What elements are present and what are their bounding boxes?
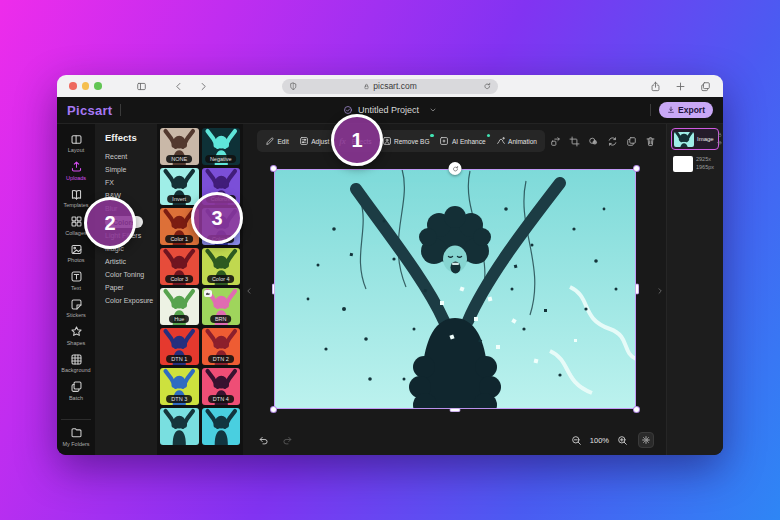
background-icon — [70, 353, 83, 366]
replace-button[interactable] — [607, 136, 618, 147]
lock-layer-icon[interactable] — [717, 132, 723, 138]
address-bar[interactable]: picsart.com — [282, 79, 498, 94]
tab-overview-icon[interactable] — [700, 81, 711, 92]
collapse-right-panel-icon[interactable] — [656, 287, 664, 295]
selection-handle-bottom[interactable] — [450, 408, 461, 412]
filter-thumb-dtn-1[interactable]: DTN 1 — [160, 328, 199, 365]
layout-icon — [70, 133, 83, 146]
filter-thumb-none[interactable]: NONE — [160, 128, 199, 165]
minimize-window-button[interactable] — [82, 82, 90, 90]
new-feature-badge — [430, 134, 434, 138]
sidebar-item-stickers[interactable]: Stickers — [57, 294, 95, 322]
new-tab-icon[interactable] — [675, 81, 686, 92]
sidebar-item-label: Text — [71, 285, 81, 291]
share-icon[interactable] — [650, 81, 661, 92]
filter-label: DTN 3 — [166, 395, 192, 403]
filter-thumb-dtn-4[interactable]: DTN 4 — [202, 368, 241, 405]
stickers-icon — [70, 298, 83, 311]
browser-back-icon[interactable] — [173, 81, 184, 92]
pencil-icon — [265, 136, 275, 146]
sidebar-item-uploads[interactable]: Uploads — [57, 157, 95, 185]
sidebar-item-label: Stickers — [66, 312, 86, 318]
effects-category-color-toning[interactable]: Color Toning — [105, 268, 157, 281]
position-button[interactable] — [550, 136, 561, 147]
filter-thumb-hue[interactable]: Hue — [160, 288, 199, 325]
filter-thumb-negative[interactable]: Negative — [202, 128, 241, 165]
zoom-out-button[interactable] — [571, 435, 582, 446]
sidebar-item-batch[interactable]: Batch — [57, 377, 95, 405]
canvas-workspace[interactable] — [243, 152, 666, 430]
effects-panel: Effects Recent Simple FX B&W Blur Colors… — [95, 124, 157, 455]
toolbar-edit-button[interactable]: Edit — [260, 130, 294, 152]
browser-window: picsart.com Picsart Untitled Project — [57, 75, 723, 455]
zoom-level[interactable]: 100% — [590, 436, 609, 445]
toolbar-adjust-button[interactable]: Adjust — [294, 130, 335, 152]
picsart-logo[interactable]: Picsart — [67, 103, 112, 118]
selection-handle-bottom-right[interactable] — [633, 406, 640, 413]
selection-handle-top-right[interactable] — [633, 165, 640, 172]
fullscreen-window-button[interactable] — [94, 82, 102, 90]
blend-button[interactable] — [588, 136, 599, 147]
filter-thumb-dtn-3[interactable]: DTN 3 — [160, 368, 199, 405]
undo-button[interactable] — [258, 435, 269, 446]
rotate-handle-icon[interactable] — [449, 162, 462, 175]
toolbar-remove-bg-button[interactable]: Remove BG — [377, 130, 435, 152]
sidebar-item-background[interactable]: Background — [57, 349, 95, 377]
sidebar-item-label: Layout — [68, 147, 85, 153]
toolbar-animation-button[interactable]: Animation — [491, 130, 542, 152]
premium-crown-icon — [204, 290, 212, 297]
filter-thumb-partial-14[interactable] — [160, 408, 199, 445]
filter-thumb-color-4[interactable]: Color 4 — [202, 248, 241, 285]
browser-forward-icon[interactable] — [198, 81, 209, 92]
selection-handle-top-left[interactable] — [270, 165, 277, 172]
browser-sidebar-icon[interactable] — [136, 81, 147, 92]
effects-category-artistic[interactable]: Artistic — [105, 255, 157, 268]
effects-category-color-exposure[interactable]: Color Exposure — [105, 294, 157, 307]
effects-category-recent[interactable]: Recent — [105, 150, 157, 163]
selected-photo-layer[interactable] — [274, 169, 636, 409]
sidebar-item-layout[interactable]: Layout — [57, 129, 95, 157]
selection-handle-right[interactable] — [635, 284, 639, 295]
sliders-icon — [299, 136, 309, 146]
toolbar-ai-enhance-button[interactable]: AI Enhance — [434, 130, 490, 152]
filter-thumb-invert[interactable]: Invert — [160, 168, 199, 205]
layer-row-image[interactable]: Image — [671, 128, 719, 150]
close-window-button[interactable] — [69, 82, 77, 90]
sidebar-item-my-folders[interactable]: My Folders — [61, 419, 91, 450]
photos-icon — [70, 243, 83, 256]
canvas-bottom-bar: 100% — [243, 430, 666, 455]
filter-thumb-dtn-2[interactable]: DTN 2 — [202, 328, 241, 365]
sidebar-item-text[interactable]: Text — [57, 267, 95, 295]
filter-thumb-color-3[interactable]: Color 3 — [160, 248, 199, 285]
sidebar-item-photos[interactable]: Photos — [57, 239, 95, 267]
selection-handle-bottom-left[interactable] — [270, 406, 277, 413]
canvas-settings-gear-button[interactable] — [638, 432, 654, 448]
effects-category-paper[interactable]: Paper — [105, 281, 157, 294]
sidebar-item-shapes[interactable]: Shapes — [57, 322, 95, 350]
selection-handle-left[interactable] — [272, 284, 276, 295]
text-icon — [70, 270, 83, 283]
app-header: Picsart Untitled Project Export — [57, 97, 723, 124]
privacy-shield-icon[interactable] — [289, 82, 298, 91]
layer-row-background[interactable]: 2925x 1965px — [671, 153, 719, 174]
duplicate-button[interactable] — [626, 136, 637, 147]
refresh-icon[interactable] — [483, 82, 492, 91]
toolbar-button-label: AI Enhance — [452, 138, 486, 145]
layers-panel: Image 2925x 1965px — [666, 124, 723, 455]
effects-category-simple[interactable]: Simple — [105, 163, 157, 176]
collapse-left-panel-icon[interactable] — [245, 287, 253, 295]
delete-button[interactable] — [645, 136, 656, 147]
crop-button[interactable] — [569, 136, 580, 147]
zoom-in-button[interactable] — [617, 435, 628, 446]
sidebar-item-label: Photos — [67, 257, 84, 263]
filter-thumb-brn[interactable]: BRN — [202, 288, 241, 325]
toolbar-button-label: Remove BG — [394, 138, 429, 145]
step-annotation-1: 1 — [331, 114, 383, 166]
export-button[interactable]: Export — [659, 102, 713, 118]
filter-thumb-partial-15[interactable] — [202, 408, 241, 445]
filter-label: Color 3 — [165, 275, 193, 283]
redo-button[interactable] — [282, 435, 293, 446]
effects-category-fx[interactable]: FX — [105, 176, 157, 189]
layer-visibility-eye-icon[interactable] — [717, 140, 723, 146]
url-text: picsart.com — [373, 81, 416, 91]
